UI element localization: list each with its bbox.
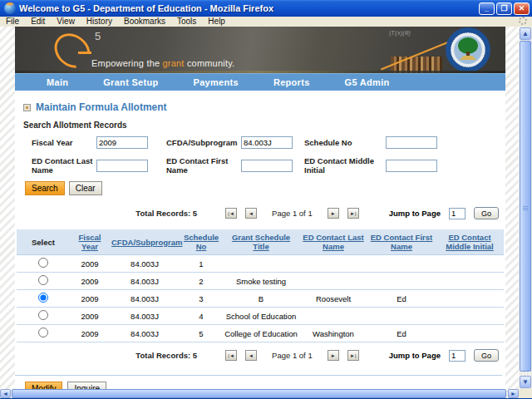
row-select-3[interactable]: [38, 310, 48, 320]
browser-viewport: |T(x)(θ) 5 Empowering the grant communit…: [0, 27, 519, 389]
cell-schedule-no: 3: [180, 290, 223, 308]
col-select: Select: [17, 229, 70, 255]
cell-cfda: 84.003J: [110, 308, 180, 325]
modify-button[interactable]: Modify: [25, 382, 62, 389]
jump-to-page-label: Jump to Page: [389, 351, 441, 360]
ed-contact-first-name-input[interactable]: [241, 160, 293, 172]
clear-button[interactable]: Clear: [69, 181, 102, 195]
cell-fiscal-year: 2009: [70, 290, 110, 308]
col-grant-schedule-title[interactable]: Grant Schedule Title: [223, 229, 299, 255]
vertical-scroll-thumb[interactable]: [520, 41, 531, 372]
page-indicator: Page 1 of 1: [272, 209, 313, 218]
cell-last-name: [299, 308, 367, 325]
cfda-subprogram-label: CFDA/Subprogram: [166, 138, 241, 147]
nav-g5-admin[interactable]: G5 Admin: [345, 77, 390, 87]
g5-page: |T(x)(θ) 5 Empowering the grant communit…: [15, 27, 505, 389]
menu-view[interactable]: View: [51, 17, 81, 27]
jump-to-page-input[interactable]: [449, 350, 466, 362]
page-content: Maintain Formula Allotment Search Allotm…: [15, 91, 505, 389]
jump-to-page-label: Jump to Page: [389, 209, 441, 218]
pagination-bottom: Total Records: 5 |◄ ◄ Page 1 of 1 ► ►| J…: [15, 349, 499, 362]
close-button[interactable]: ✕: [514, 2, 530, 15]
g-logo-bar: [78, 52, 91, 54]
cell-fiscal-year: 2009: [70, 273, 110, 290]
col-fiscal-year[interactable]: Fiscal Year: [70, 229, 110, 255]
next-page-button[interactable]: ►: [328, 350, 339, 361]
chalkboard-text: |T(x)(θ): [389, 29, 411, 37]
nav-payments[interactable]: Payments: [194, 77, 239, 87]
scroll-up-icon[interactable]: ▲: [520, 27, 531, 40]
menu-history[interactable]: History: [81, 17, 118, 27]
menu-bar: File Edit View History Bookmarks Tools H…: [0, 17, 532, 27]
col-ed-contact-last-name[interactable]: ED Contact Last Name: [299, 229, 367, 255]
menu-edit[interactable]: Edit: [25, 17, 51, 27]
schedule-no-input[interactable]: [386, 136, 437, 149]
prev-page-button[interactable]: ◄: [245, 208, 257, 219]
cell-last-name: Roosevelt: [299, 290, 367, 308]
table-row: 2009 84.003J 4 School of Education: [17, 308, 504, 325]
total-records-label: Total Records: 5: [135, 351, 197, 360]
tagline-grant: grant: [163, 58, 185, 68]
nav-grant-setup[interactable]: Grant Setup: [103, 77, 158, 87]
cell-middle-initial: [436, 290, 504, 308]
inquire-button[interactable]: Inquire: [67, 382, 106, 389]
fiscal-year-input[interactable]: [96, 136, 148, 149]
col-schedule-no[interactable]: Schedule No: [180, 229, 223, 255]
menu-help[interactable]: Help: [202, 17, 231, 27]
jump-to-page-input[interactable]: [449, 208, 466, 219]
table-row: 2009 84.003J 1: [17, 255, 504, 273]
ed-contact-last-name-input[interactable]: [96, 160, 148, 172]
banner-tagline: Empowering the grant community.: [91, 58, 234, 68]
cell-schedule-no: 1: [180, 255, 223, 273]
vertical-scrollbar[interactable]: ▲ ▼: [519, 27, 532, 389]
last-page-button[interactable]: ►|: [347, 350, 359, 361]
horizontal-scroll-thumb[interactable]: [12, 389, 506, 398]
minimize-button[interactable]: _: [479, 2, 495, 15]
first-page-button[interactable]: |◄: [225, 350, 237, 361]
prev-page-button[interactable]: ◄: [245, 350, 257, 361]
next-page-button[interactable]: ►: [328, 208, 339, 219]
ed-contact-middle-initial-input[interactable]: [386, 160, 437, 172]
scroll-down-icon[interactable]: ▼: [520, 376, 531, 388]
col-ed-contact-first-name[interactable]: ED Contact First Name: [367, 229, 436, 255]
menu-file[interactable]: File: [0, 17, 25, 27]
cell-fiscal-year: 2009: [70, 255, 110, 273]
restore-button[interactable]: ❐: [496, 2, 512, 15]
cell-first-name: Ed: [367, 325, 436, 342]
divider: [15, 375, 502, 376]
col-ed-contact-middle-initial[interactable]: ED Contact Middle Initial: [436, 229, 504, 255]
g5-banner: |T(x)(θ) 5 Empowering the grant communit…: [15, 27, 505, 73]
page-indicator: Page 1 of 1: [272, 351, 313, 360]
row-select-4[interactable]: [38, 328, 48, 337]
title-bar: Welcome to G5 - Department of Education …: [0, 0, 532, 17]
row-select-0[interactable]: [38, 258, 48, 268]
nav-main[interactable]: Main: [47, 77, 68, 87]
cfda-subprogram-input[interactable]: [241, 136, 293, 149]
go-button[interactable]: Go: [474, 349, 499, 362]
col-cfda-subprogram[interactable]: CFDA/Subprogram: [110, 229, 180, 255]
ed-contact-last-name-label: ED Contact Last Name: [32, 156, 96, 175]
go-button[interactable]: Go: [474, 207, 499, 219]
menu-tools[interactable]: Tools: [171, 17, 202, 27]
last-page-button[interactable]: ►|: [347, 208, 359, 219]
scroll-left-icon[interactable]: ◄: [0, 389, 11, 398]
cell-fiscal-year: 2009: [70, 325, 110, 342]
cell-cfda: 84.003J: [110, 255, 180, 273]
cell-schedule-no: 2: [180, 273, 223, 290]
g-logo-arc: [47, 27, 97, 73]
tagline-pre: Empowering the: [91, 58, 163, 68]
cell-last-name: Washington: [299, 325, 367, 342]
first-page-button[interactable]: |◄: [225, 208, 237, 219]
search-button[interactable]: Search: [25, 181, 65, 195]
cell-schedule-no: 4: [180, 308, 223, 325]
nav-reports[interactable]: Reports: [273, 77, 310, 87]
cell-middle-initial: [436, 255, 504, 273]
cell-cfda: 84.003J: [110, 290, 180, 308]
row-select-1[interactable]: [38, 275, 48, 285]
table-row: 2009 84.003J 3 B Roosevelt Ed: [17, 290, 504, 308]
menu-bookmarks[interactable]: Bookmarks: [118, 17, 171, 27]
horizontal-scrollbar[interactable]: ◄ ►: [0, 389, 519, 398]
scroll-right-icon[interactable]: ►: [508, 389, 519, 398]
row-select-2[interactable]: [38, 293, 48, 303]
page-title: Maintain Formula Allotment: [36, 101, 167, 113]
